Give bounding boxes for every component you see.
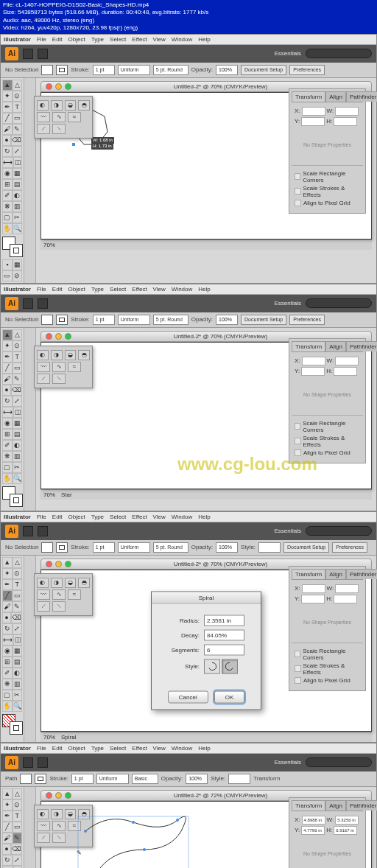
minimize-window-icon[interactable] xyxy=(55,83,62,90)
arrange-icon[interactable] xyxy=(38,49,48,59)
direct-selection-tool[interactable]: △ xyxy=(13,80,23,91)
stroke-swatch[interactable] xyxy=(56,65,68,75)
segments-input[interactable]: 6 xyxy=(204,644,244,655)
tab-align[interactable]: Align xyxy=(325,91,346,102)
radius-input[interactable]: 2.3581 in xyxy=(204,615,244,626)
zoom-tool[interactable]: 🔍 xyxy=(13,223,23,234)
style-ccw-button[interactable] xyxy=(204,659,220,673)
gradient-mode[interactable]: ▦ xyxy=(13,259,23,270)
brush-dropdown[interactable]: 5 pt. Round xyxy=(153,65,188,75)
pal-icon[interactable]: ◒ xyxy=(65,100,77,111)
lasso-tool[interactable]: ⊙ xyxy=(13,91,23,102)
chk-scale-strokes[interactable] xyxy=(295,188,301,195)
opacity-label: Opacity: xyxy=(191,66,213,73)
floating-palette[interactable]: ◐◑◒◓ 〰∿≈ ⟋⟍ xyxy=(34,96,93,139)
document-area: Untitled-2* @ 70% (CMYK/Preview) W: 1.68… xyxy=(36,78,376,283)
workspace-switcher[interactable]: Essentials xyxy=(275,50,301,57)
tab-transform[interactable]: Transform xyxy=(292,91,325,102)
rectangle-tool[interactable]: ▭ xyxy=(13,113,23,124)
pencil-tool[interactable]: ✎ xyxy=(13,833,23,844)
svg-rect-2 xyxy=(78,816,188,868)
none-mode[interactable]: ⊘ xyxy=(13,270,23,281)
pal-icon[interactable]: ◐ xyxy=(37,100,49,111)
pal-icon[interactable]: ∿ xyxy=(52,112,66,122)
screen-mode[interactable]: ▭ xyxy=(2,270,13,281)
menu-file[interactable]: File xyxy=(37,36,46,43)
slice-tool[interactable]: ✂ xyxy=(13,212,23,223)
menu-effect[interactable]: Effect xyxy=(132,36,147,43)
x-field[interactable] xyxy=(302,107,325,116)
hand-tool[interactable]: ✋ xyxy=(2,223,13,234)
pal-icon[interactable]: ◓ xyxy=(78,100,90,111)
gradient-tool[interactable]: ▤ xyxy=(13,179,23,190)
bridge-icon[interactable] xyxy=(23,49,33,59)
fill-stroke-indicator[interactable] xyxy=(2,237,23,257)
document-setup-button[interactable]: Document Setup xyxy=(241,65,286,75)
chk-scale-corners[interactable] xyxy=(295,173,300,180)
y-field[interactable] xyxy=(301,117,325,126)
pal-icon[interactable]: 〰 xyxy=(37,112,50,122)
selection-tool[interactable]: ▲ xyxy=(2,80,13,91)
scale-tool[interactable]: ⤢ xyxy=(13,146,23,157)
menu-type[interactable]: Type xyxy=(91,36,104,43)
pencil-tool[interactable]: ✎ xyxy=(13,124,23,135)
symbol-sprayer-tool[interactable]: ❋ xyxy=(2,201,13,212)
type-tool[interactable]: T xyxy=(13,102,23,113)
rotate-tool[interactable]: ↻ xyxy=(2,146,13,157)
opacity-input[interactable]: 100% xyxy=(216,65,238,75)
transform-panel[interactable]: Transform Align Pathfinder X:W: Y:H: No … xyxy=(289,88,366,214)
paintbrush-tool[interactable]: 🖌 xyxy=(2,124,13,135)
pal-icon[interactable]: ⟍ xyxy=(52,124,66,134)
search-input[interactable] xyxy=(306,49,372,58)
cancel-button[interactable]: Cancel xyxy=(168,690,208,703)
magic-wand-tool[interactable]: ✦ xyxy=(2,91,13,102)
pal-icon[interactable]: ◑ xyxy=(51,100,63,111)
w-field[interactable] xyxy=(335,107,359,116)
eraser-tool[interactable]: ⌫ xyxy=(11,135,22,146)
fill-swatch[interactable] xyxy=(41,65,53,75)
svg-point-6 xyxy=(143,848,146,851)
decay-input[interactable]: 84.05% xyxy=(204,629,244,640)
width-tool[interactable]: ⟷ xyxy=(2,157,13,168)
preferences-button[interactable]: Preferences xyxy=(289,65,325,75)
x-field[interactable]: 4.8988 in xyxy=(302,816,325,825)
artboard-tool[interactable]: ▢ xyxy=(2,212,13,223)
mesh-tool[interactable]: ⊞ xyxy=(2,179,13,190)
pal-icon[interactable]: ⟋ xyxy=(37,124,50,134)
menu-edit[interactable]: Edit xyxy=(52,36,63,43)
h-field[interactable] xyxy=(334,117,357,126)
app-instance-3: IllustratorFileEditObjectTypeSelectEffec… xyxy=(0,511,377,743)
zoom-level[interactable]: 70% xyxy=(43,242,55,248)
close-window-icon[interactable] xyxy=(46,83,52,90)
tools-panel: ▲△ ✦⊙ ✒T ╱▭ 🖌✎ ●⌫ ↻⤢ ⟷◫ ◉▦ ⊞▤ ✐◐ ❋▥ ▢✂ ✋… xyxy=(1,328,24,511)
y-field[interactable]: 4.7796 in xyxy=(301,826,325,835)
menu-window[interactable]: Window xyxy=(172,36,192,43)
menu-object[interactable]: Object xyxy=(68,36,85,43)
free-transform-tool[interactable]: ◫ xyxy=(13,157,22,168)
tab-pathfinder[interactable]: Pathfinder xyxy=(346,91,377,102)
pal-icon[interactable]: ≈ xyxy=(68,112,81,122)
line-tool[interactable]: ╱ xyxy=(2,113,13,124)
pen-tool[interactable]: ✒ xyxy=(2,102,13,113)
blend-tool[interactable]: ◐ xyxy=(13,190,23,201)
style-cw-button[interactable] xyxy=(222,659,238,673)
h-field[interactable]: 6.9167 in xyxy=(334,826,357,835)
color-mode[interactable]: ▪ xyxy=(2,259,13,270)
graph-tool[interactable]: ▥ xyxy=(13,201,23,212)
w-field[interactable]: 5.3256 in xyxy=(335,816,359,825)
eyedropper-tool[interactable]: ✐ xyxy=(2,190,13,201)
chk-align-pixel[interactable] xyxy=(295,200,301,206)
stroke-label: Stroke: xyxy=(71,66,89,73)
menubar: Illustrator FileEditObjectTypeSelectEffe… xyxy=(1,284,376,295)
svg-point-3 xyxy=(84,830,87,833)
stroke-weight-input[interactable]: 1 pt xyxy=(93,65,115,75)
blob-brush-tool[interactable]: ● xyxy=(2,135,11,146)
menu-help[interactable]: Help xyxy=(198,36,210,43)
perspective-tool[interactable]: ▦ xyxy=(13,168,23,179)
ok-button[interactable]: OK xyxy=(214,690,245,703)
profile-dropdown[interactable]: Uniform xyxy=(118,65,150,75)
shape-builder-tool[interactable]: ◉ xyxy=(2,168,13,179)
menu-view[interactable]: View xyxy=(153,36,166,43)
menu-select[interactable]: Select xyxy=(110,36,126,43)
maximize-window-icon[interactable] xyxy=(65,83,71,90)
